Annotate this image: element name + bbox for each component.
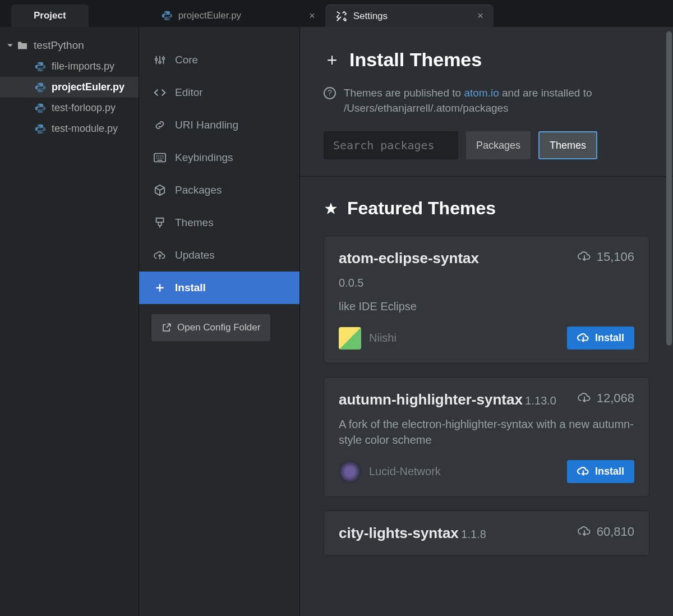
chevron-down-icon bbox=[7, 42, 13, 49]
settings-nav-label: Core bbox=[175, 54, 198, 66]
settings-nav-label: Themes bbox=[175, 217, 214, 229]
settings-nav-item-packages[interactable]: Packages bbox=[139, 174, 299, 206]
themes-toggle[interactable]: Themes bbox=[538, 131, 597, 159]
theme-author[interactable]: Niishi bbox=[339, 327, 397, 350]
tree-file-label: file-imports.py bbox=[52, 61, 114, 72]
install-button[interactable]: Install bbox=[567, 327, 634, 350]
tab-bar: Project projectEuler.py × Settings × bbox=[0, 0, 673, 27]
star-icon bbox=[324, 201, 338, 216]
download-cloud-icon bbox=[578, 526, 591, 537]
settings-nav-label: Install bbox=[175, 282, 206, 294]
settings-nav-item-core[interactable]: Core bbox=[139, 44, 299, 76]
tree-root[interactable]: testPython bbox=[0, 35, 139, 56]
install-description: ? Themes are published to atom.io and ar… bbox=[324, 86, 649, 116]
open-config-label: Open Config Folder bbox=[177, 322, 260, 333]
theme-name[interactable]: autumn-highlighter-syntax bbox=[339, 391, 523, 408]
theme-card: autumn-highlighter-syntax 1.13.0 12,068 … bbox=[324, 377, 649, 497]
packages-toggle[interactable]: Packages bbox=[466, 131, 531, 159]
theme-version: 1.13.0 bbox=[525, 394, 556, 407]
scrollbar-thumb[interactable] bbox=[666, 31, 672, 346]
settings-nav-label: Keybindings bbox=[175, 151, 233, 164]
python-icon bbox=[35, 61, 46, 72]
python-icon bbox=[35, 103, 46, 114]
download-cloud-icon bbox=[577, 467, 589, 477]
featured-title: Featured Themes bbox=[324, 198, 649, 219]
settings-nav-label: Packages bbox=[175, 184, 222, 196]
settings-nav-label: Editor bbox=[175, 86, 203, 99]
folder-icon bbox=[17, 41, 28, 50]
python-icon bbox=[35, 82, 46, 93]
download-count: 60,810 bbox=[597, 525, 634, 539]
theme-downloads: 60,810 bbox=[578, 525, 634, 539]
tree-file-label: test-forloop.py bbox=[52, 102, 116, 114]
settings-nav-item-editor[interactable]: Editor bbox=[139, 76, 299, 109]
tools-icon bbox=[335, 10, 348, 22]
featured-title-text: Featured Themes bbox=[347, 198, 496, 219]
tree-file-label: test-module.py bbox=[52, 123, 118, 135]
svg-point-2 bbox=[163, 57, 165, 59]
install-title-text: Install Themes bbox=[349, 49, 482, 71]
tab-settings[interactable]: Settings × bbox=[325, 4, 494, 27]
open-config-folder-button[interactable]: Open Config Folder bbox=[151, 314, 270, 341]
close-icon[interactable]: × bbox=[477, 10, 483, 22]
tree-file-item[interactable]: test-module.py bbox=[0, 118, 139, 139]
download-cloud-icon bbox=[578, 393, 591, 404]
settings-nav-item-keybindings[interactable]: Keybindings bbox=[139, 141, 299, 174]
theme-version: 1.1.8 bbox=[461, 528, 486, 540]
tree-root-label: testPython bbox=[34, 39, 84, 52]
search-input[interactable] bbox=[324, 131, 458, 159]
tab-file-label: projectEuler.py bbox=[178, 10, 241, 21]
tab-project[interactable]: Project bbox=[11, 4, 89, 27]
keyboard-icon bbox=[153, 153, 167, 163]
tree-file-item[interactable]: test-forloop.py bbox=[0, 98, 139, 118]
code-icon bbox=[153, 86, 167, 99]
close-icon[interactable]: × bbox=[309, 10, 315, 22]
theme-card: city-lights-syntax 1.1.8 60,810 bbox=[324, 511, 649, 556]
download-cloud-icon bbox=[577, 333, 589, 343]
tree-file-label: projectEuler.py bbox=[52, 81, 125, 93]
settings-nav-item-updates[interactable]: Updates bbox=[139, 239, 299, 272]
cloud-up-icon bbox=[153, 250, 167, 260]
avatar bbox=[339, 327, 361, 350]
theme-description: like IDE Eclipse bbox=[339, 298, 634, 314]
sliders-icon bbox=[153, 54, 167, 66]
link-icon bbox=[153, 119, 167, 131]
svg-point-1 bbox=[159, 61, 161, 63]
atom-io-link[interactable]: atom.io bbox=[464, 87, 499, 99]
tree-file-item[interactable]: file-imports.py bbox=[0, 56, 139, 77]
download-cloud-icon bbox=[578, 251, 591, 263]
author-name: Niishi bbox=[369, 332, 397, 344]
settings-content: ＋ Install Themes ? Themes are published … bbox=[300, 27, 673, 616]
plus-icon bbox=[153, 282, 167, 293]
settings-nav-label: Updates bbox=[175, 249, 215, 261]
install-btn-label: Install bbox=[595, 332, 624, 344]
package-icon bbox=[153, 184, 167, 196]
theme-name[interactable]: atom-eclipse-syntax bbox=[339, 250, 479, 266]
avatar bbox=[339, 461, 361, 483]
desc-prefix: Themes are published to bbox=[344, 87, 464, 99]
theme-name[interactable]: city-lights-syntax bbox=[339, 525, 459, 541]
theme-author[interactable]: Lucid-Network bbox=[339, 461, 441, 483]
download-count: 12,068 bbox=[597, 391, 634, 406]
theme-version: 0.0.5 bbox=[339, 275, 634, 291]
settings-nav-item-install[interactable]: Install bbox=[139, 272, 299, 304]
settings-nav-item-themes[interactable]: Themes bbox=[139, 206, 299, 239]
svg-point-0 bbox=[155, 58, 158, 61]
install-title: ＋ Install Themes bbox=[324, 48, 649, 71]
theme-card: atom-eclipse-syntax 15,106 0.0.5 like ID… bbox=[324, 236, 649, 364]
tree-file-item[interactable]: projectEuler.py bbox=[0, 77, 139, 98]
external-link-icon bbox=[162, 323, 172, 333]
install-button[interactable]: Install bbox=[567, 460, 634, 483]
settings-nav-label: URI Handling bbox=[175, 119, 238, 131]
paint-icon bbox=[153, 217, 167, 229]
question-icon: ? bbox=[324, 87, 336, 99]
python-icon bbox=[162, 10, 173, 21]
theme-downloads: 15,106 bbox=[578, 250, 634, 264]
install-btn-label: Install bbox=[595, 466, 624, 477]
python-icon bbox=[35, 123, 46, 135]
tab-file[interactable]: projectEuler.py × bbox=[151, 4, 325, 27]
plus-icon: ＋ bbox=[324, 48, 340, 71]
theme-downloads: 12,068 bbox=[578, 391, 634, 406]
settings-nav-item-uri-handling[interactable]: URI Handling bbox=[139, 109, 299, 141]
tab-settings-label: Settings bbox=[353, 11, 388, 22]
